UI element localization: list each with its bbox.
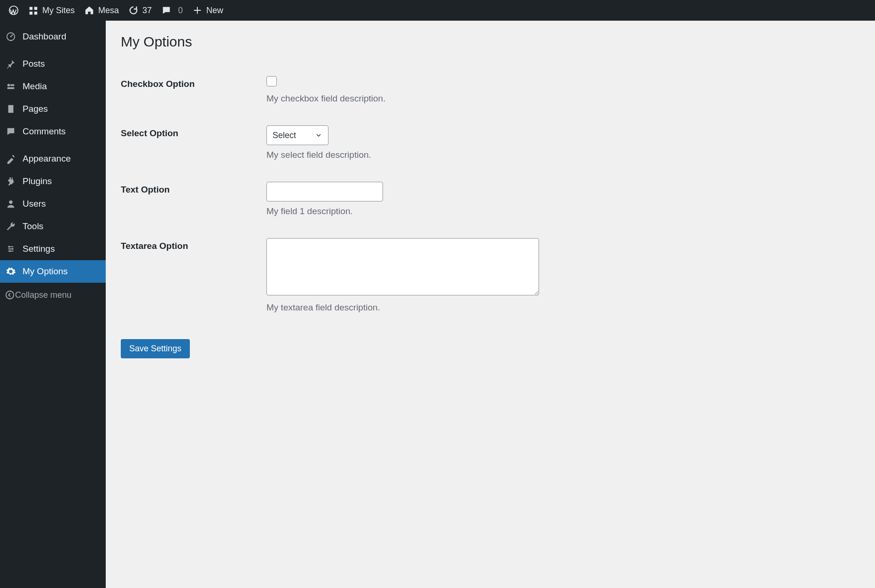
text-option-label: Text Option <box>121 172 266 229</box>
dashboard-icon <box>5 31 17 43</box>
checkbox-option-label: Checkbox Option <box>121 67 266 116</box>
sidebar-item-label: Dashboard <box>23 31 66 42</box>
text-option-description: My field 1 description. <box>266 206 855 217</box>
sidebar-item-media[interactable]: Media <box>0 75 106 98</box>
sidebar-item-label: Plugins <box>23 176 52 186</box>
sidebar-item-users[interactable]: Users <box>0 193 106 215</box>
my-sites-menu[interactable]: My Sites <box>23 0 79 21</box>
media-icon <box>5 80 17 93</box>
updates-icon <box>128 5 139 15</box>
textarea-option-description: My textarea field description. <box>266 302 855 313</box>
home-icon <box>84 5 94 15</box>
page-icon <box>5 103 17 115</box>
comments-count: 0 <box>178 6 183 15</box>
save-settings-button[interactable]: Save Settings <box>121 339 190 358</box>
sidebar-item-appearance[interactable]: Appearance <box>0 147 106 170</box>
sidebar-item-comments[interactable]: Comments <box>0 120 106 143</box>
sites-icon <box>28 5 39 15</box>
checkbox-option-input[interactable] <box>266 76 277 86</box>
select-option-dropdown[interactable]: Select <box>266 125 328 145</box>
options-form-table: Checkbox Option My checkbox field descri… <box>121 67 860 325</box>
select-option-description: My select field description. <box>266 150 855 160</box>
sidebar-item-label: Users <box>23 199 46 209</box>
sidebar-item-pages[interactable]: Pages <box>0 98 106 120</box>
my-sites-label: My Sites <box>42 6 75 15</box>
comments-menu[interactable]: 0 <box>156 0 188 21</box>
collapse-menu-button[interactable]: Collapse menu <box>0 285 106 305</box>
site-name-menu[interactable]: Mesa <box>79 0 124 21</box>
settings-icon <box>5 243 17 255</box>
collapse-icon <box>5 290 15 300</box>
checkbox-option-description: My checkbox field description. <box>266 93 855 104</box>
sidebar-item-label: Tools <box>23 221 43 232</box>
sidebar-item-label: Comments <box>23 126 66 137</box>
sidebar-item-label: My Options <box>23 266 68 277</box>
sidebar-item-posts[interactable]: Posts <box>0 53 106 75</box>
textarea-option-label: Textarea Option <box>121 229 266 325</box>
plugins-icon <box>5 175 17 187</box>
chevron-down-icon <box>315 132 322 139</box>
new-label: New <box>206 6 223 15</box>
sidebar-item-label: Posts <box>23 59 45 69</box>
sidebar-item-settings[interactable]: Settings <box>0 238 106 260</box>
text-option-input[interactable] <box>266 182 383 201</box>
page-title: My Options <box>121 34 860 50</box>
sidebar-item-plugins[interactable]: Plugins <box>0 170 106 193</box>
select-option-value: Select <box>273 131 306 140</box>
sidebar-item-my-options[interactable]: My Options <box>0 260 106 283</box>
collapse-menu-label: Collapse menu <box>15 290 71 300</box>
plus-icon <box>192 5 203 15</box>
users-icon <box>5 198 17 210</box>
sidebar-item-tools[interactable]: Tools <box>0 215 106 238</box>
comment-icon <box>161 5 172 15</box>
wp-logo-menu[interactable] <box>4 0 23 21</box>
wordpress-logo-icon <box>8 5 19 15</box>
sidebar-item-label: Settings <box>23 244 55 254</box>
select-option-label: Select Option <box>121 116 266 172</box>
updates-menu[interactable]: 37 <box>124 0 156 21</box>
site-name-label: Mesa <box>98 6 119 15</box>
admin-toolbar: My Sites Mesa 37 0 New <box>0 0 875 21</box>
sidebar-item-label: Appearance <box>23 154 70 164</box>
updates-count: 37 <box>142 6 152 15</box>
gear-icon <box>5 265 17 278</box>
textarea-option-input[interactable] <box>266 238 539 295</box>
sidebar-item-label: Media <box>23 81 47 92</box>
thumbtack-icon <box>5 58 17 70</box>
new-content-menu[interactable]: New <box>188 0 228 21</box>
tools-icon <box>5 220 17 232</box>
main-content: My Options Checkbox Option My checkbox f… <box>106 21 875 588</box>
admin-sidebar: Dashboard Posts Media Pages Comments App… <box>0 21 106 588</box>
comment-icon <box>5 125 17 138</box>
sidebar-item-label: Pages <box>23 104 48 114</box>
sidebar-item-dashboard[interactable]: Dashboard <box>0 25 106 48</box>
appearance-icon <box>5 153 17 165</box>
